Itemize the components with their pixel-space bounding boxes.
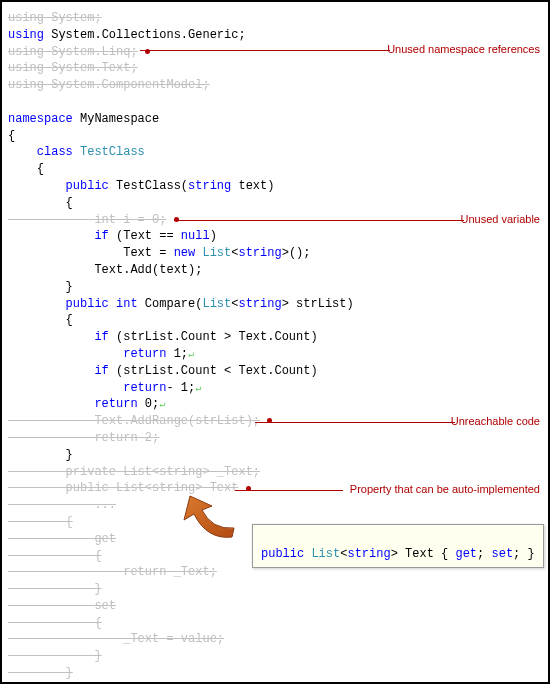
code-line: public TestClass(string text) [8,178,542,195]
code-line: { [8,128,542,145]
code-line [8,94,542,111]
code-line: if (strList.Count < Text.Count) [8,363,542,380]
code-line: Text = new List<string>(); [8,245,542,262]
code-line-dead: } [8,581,542,598]
code-line: return- 1;↵ [8,380,542,397]
code-line-dead: { [8,615,542,632]
code-line: if (Text == null) [8,228,542,245]
annotation-line-icon [140,50,390,51]
code-line-dead: using System.ComponentModel; [8,77,542,94]
annotation-line-icon [235,490,343,491]
code-line-dead: set [8,598,542,615]
annotation-line-icon [174,220,464,221]
annotation-unreachable-code: Unreachable code [451,414,540,429]
code-line-dead: } [8,665,542,682]
suggestion-arrow-icon [172,492,252,552]
crlf-icon: ↵ [159,399,165,410]
code-line: Text.Add(text); [8,262,542,279]
refactor-tooltip[interactable]: public List<string> Text { get; set; } [252,524,544,568]
code-line-dead: using System.Text; [8,60,542,77]
code-line: { [8,161,542,178]
code-line: using System; [8,10,542,27]
code-line: public int Compare(List<string> strList) [8,296,542,313]
crlf-icon: ↵ [195,383,201,394]
code-line: class TestClass [8,144,542,161]
code-line-dead: ... [8,497,542,514]
code-line: return 1;↵ [8,346,542,363]
annotation-unused-namespace: Unused namespace references [387,42,540,57]
code-line-dead: return 2; [8,430,542,447]
code-line: { [8,195,542,212]
code-line: return 0;↵ [8,396,542,413]
code-line: { [8,312,542,329]
code-line-dead: } [8,648,542,665]
code-line-dead: _Text = value; [8,631,542,648]
code-line: } [8,279,542,296]
code-line: } [8,447,542,464]
code-line: if (strList.Count > Text.Count) [8,329,542,346]
code-line: namespace MyNamespace [8,111,542,128]
annotation-line-icon [255,422,455,423]
annotation-unused-variable: Unused variable [461,212,541,227]
code-line-dead: private List<string> _Text; [8,464,542,481]
crlf-icon: ↵ [188,349,194,360]
annotation-auto-implemented: Property that can be auto-implemented [350,482,540,497]
